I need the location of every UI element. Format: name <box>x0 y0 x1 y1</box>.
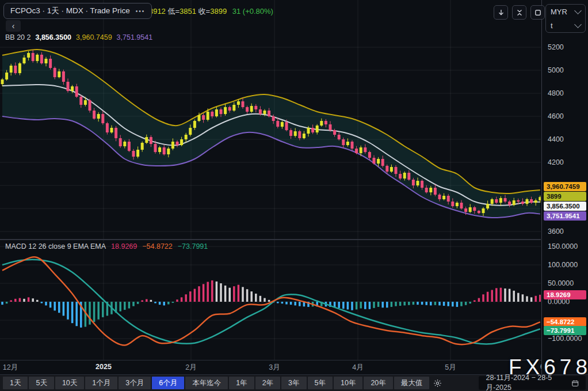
range-button[interactable]: 10天 <box>55 377 84 389</box>
price-axis-tick: 4200 <box>548 158 564 166</box>
date-range-text: 28-11月-2024 − 28-5月-2025 <box>486 373 567 391</box>
unit-dropdown[interactable]: t <box>546 18 585 32</box>
maximize-icon <box>534 9 541 16</box>
time-axis[interactable]: 12月20252月3月4月5月6月 <box>0 360 541 374</box>
ohlc-low: 3851 <box>180 7 196 16</box>
price-level-badge: 3,751.9541 <box>544 211 586 221</box>
collapse-pane-button[interactable] <box>512 5 526 20</box>
price-level-badge: 3,856.3500 <box>544 202 586 211</box>
maximize-pane-button[interactable] <box>530 5 545 20</box>
time-axis-label: 5月 <box>445 363 456 373</box>
time-axis-label: 2月 <box>185 363 196 373</box>
currency-value: MYR <box>551 7 567 16</box>
price-change: 31 (+0.80%) <box>232 7 273 16</box>
range-button[interactable]: 2年 <box>255 377 280 389</box>
price-axis-tick: 4800 <box>548 89 564 97</box>
range-button[interactable]: 5年 <box>308 377 333 389</box>
bb-indicator-legend[interactable]: BB 20 23,856.35003,960.74593,751.9541 <box>5 33 152 41</box>
ohlc-close: 3899 <box>210 7 227 16</box>
macd-axis-tick: 50.0000 <box>548 279 574 287</box>
macd-hist-value: 18.9269 <box>111 242 137 250</box>
macd-title: MACD 12 26 close 9 EMA EMA <box>5 242 106 250</box>
price-axis-tick: 4600 <box>548 112 564 120</box>
macd-indicator-legend[interactable]: MACD 12 26 close 9 EMA EMA18.9269−54.872… <box>5 242 208 250</box>
price-level-badge: 3899 <box>544 192 586 201</box>
symbol-title: FCPOc3 · 1天 · MDX · Trade Price <box>10 6 130 16</box>
time-axis-label: 3月 <box>269 363 280 373</box>
range-button[interactable]: 最大值 <box>394 377 430 389</box>
bb-title: BB 20 2 <box>5 33 30 41</box>
price-axis-tick: 5000 <box>548 66 564 74</box>
macd-level-badge: 18.9269 <box>544 290 586 299</box>
time-axis-label: 12月 <box>3 363 18 373</box>
range-button[interactable]: 1个月 <box>85 377 117 389</box>
more-options-icon[interactable]: ••• <box>136 8 146 14</box>
bb-upper-value: 3,960.7459 <box>76 33 112 41</box>
macd-level-badge: −73.7991 <box>544 326 586 335</box>
unit-value: t <box>551 21 553 30</box>
price-axis-column[interactable]: MYR t 5200500048004600440042003600150.00… <box>541 0 588 374</box>
bottom-toolbar: 1天5天10天1个月3个月6个月本年迄今1年2年3年5年10年20年最大值 28… <box>0 374 588 391</box>
range-button-active[interactable]: 6个月 <box>152 377 184 389</box>
move-pane-down-button[interactable] <box>494 5 508 20</box>
range-button[interactable]: 1年 <box>229 377 254 389</box>
gear-icon <box>433 379 442 388</box>
macd-pane-canvas[interactable] <box>0 240 541 360</box>
macd-signal-value: −73.7991 <box>178 242 208 250</box>
arrow-down-icon <box>498 9 505 16</box>
macd-level-badge: −54.8722 <box>544 317 586 327</box>
chevron-down-icon <box>574 21 582 28</box>
macd-axis-tick: −100.0000 <box>548 335 582 343</box>
date-range-picker[interactable]: 28-11月-2024 − 28-5月-2025 <box>479 376 586 390</box>
time-axis-label: 2025 <box>96 363 112 371</box>
bb-lower-value: 3,751.9541 <box>117 33 153 41</box>
range-button[interactable]: 3年 <box>281 377 306 389</box>
macd-axis-tick: 100.0000 <box>548 261 578 269</box>
pane-button-group <box>494 5 545 20</box>
range-button[interactable]: 3个月 <box>119 377 151 389</box>
chevron-down-icon <box>574 7 582 14</box>
macd-axis-tick: 150.0000 <box>548 242 578 250</box>
range-button[interactable]: 10年 <box>334 377 362 389</box>
price-level-badge: 3,960.7459 <box>544 182 586 191</box>
price-axis-tick: 4400 <box>548 135 564 143</box>
macd-line-value: −54.8722 <box>142 242 172 250</box>
time-axis-label: 4月 <box>352 363 363 373</box>
calendar-icon <box>572 379 579 387</box>
range-button-group: 1天5天10天1个月3个月6个月本年迄今1年2年3年5年10年20年最大值 <box>2 377 430 389</box>
chevron-left-icon: ‹ <box>12 21 15 31</box>
range-button[interactable]: 5天 <box>29 377 54 389</box>
price-axis-tick: 5200 <box>548 43 564 51</box>
range-button[interactable]: 20年 <box>364 377 392 389</box>
symbol-tab[interactable]: FCPOc3 · 1天 · MDX · Trade Price ••• <box>3 3 152 19</box>
currency-dropdown[interactable]: MYR <box>546 5 585 18</box>
settings-button[interactable] <box>431 377 444 389</box>
back-button[interactable]: ‹ <box>6 20 21 32</box>
price-axis-tick: 3600 <box>548 227 564 236</box>
range-button[interactable]: 1天 <box>3 377 28 389</box>
trading-chart-app: FCPOc3 · 1天 · MDX · Trade Price ••• 870 … <box>0 0 588 391</box>
currency-unit-selector: MYR t <box>545 4 586 33</box>
collapse-icon <box>516 9 523 16</box>
bb-basis-value: 3,856.3500 <box>35 33 71 41</box>
range-button[interactable]: 本年迄今 <box>185 377 228 389</box>
